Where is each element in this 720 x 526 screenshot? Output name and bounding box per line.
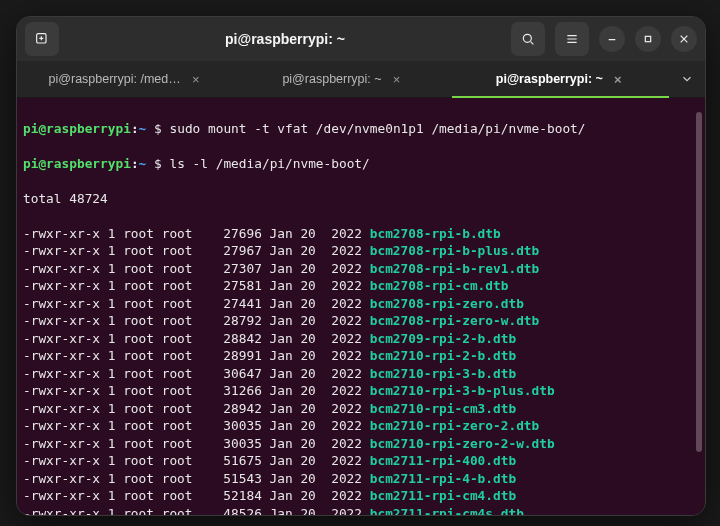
ls-date: Jan 20 2022 [270, 348, 362, 363]
minimize-button[interactable] [599, 26, 625, 52]
ls-size: 51675 [200, 453, 262, 468]
hamburger-icon [564, 31, 580, 47]
ls-filename: bcm2708-rpi-cm.dtb [370, 278, 509, 293]
tab-close-icon[interactable]: × [611, 72, 625, 86]
svg-rect-2 [645, 36, 650, 41]
command-2: ls -l /media/pi/nvme-boot/ [169, 156, 369, 171]
ls-date: Jan 20 2022 [270, 506, 362, 516]
ls-size: 30647 [200, 366, 262, 381]
ls-date: Jan 20 2022 [270, 436, 362, 451]
command-1: sudo mount -t vfat /dev/nvme0n1p1 /media… [169, 121, 585, 136]
ls-date: Jan 20 2022 [270, 366, 362, 381]
terminal-area[interactable]: pi@raspberrypi:~ $ sudo mount -t vfat /d… [17, 98, 705, 515]
ls-row: -rwxr-xr-x 1 root root 27307 Jan 20 2022… [23, 260, 699, 278]
ls-size: 48526 [200, 506, 262, 516]
ls-size: 28991 [200, 348, 262, 363]
ls-date: Jan 20 2022 [270, 261, 362, 276]
ls-filename: bcm2708-rpi-b-plus.dtb [370, 243, 540, 258]
ls-filename: bcm2710-rpi-zero-2-w.dtb [370, 436, 555, 451]
prompt-cwd: ~ [139, 156, 147, 171]
ls-date: Jan 20 2022 [270, 296, 362, 311]
ls-filename: bcm2711-rpi-cm4s.dtb [370, 506, 524, 516]
prompt-cwd: ~ [139, 121, 147, 136]
search-button[interactable] [511, 22, 545, 56]
titlebar: pi@raspberrypi: ~ [17, 17, 705, 61]
ls-size: 52184 [200, 488, 262, 503]
ls-row: -rwxr-xr-x 1 root root 51675 Jan 20 2022… [23, 452, 699, 470]
ls-size: 28842 [200, 331, 262, 346]
ls-row: -rwxr-xr-x 1 root root 30035 Jan 20 2022… [23, 435, 699, 453]
ls-filename: bcm2708-rpi-b.dtb [370, 226, 501, 241]
tab-label: pi@raspberrypi: ~ [282, 72, 381, 86]
close-button[interactable] [671, 26, 697, 52]
ls-perm: -rwxr-xr-x 1 root root [23, 226, 193, 241]
ls-row: -rwxr-xr-x 1 root root 27967 Jan 20 2022… [23, 242, 699, 260]
scrollbar[interactable] [696, 112, 702, 452]
ls-row: -rwxr-xr-x 1 root root 30035 Jan 20 2022… [23, 417, 699, 435]
terminal-content: pi@raspberrypi:~ $ sudo mount -t vfat /d… [17, 98, 705, 515]
ls-perm: -rwxr-xr-x 1 root root [23, 261, 193, 276]
ls-perm: -rwxr-xr-x 1 root root [23, 383, 193, 398]
tab-label: pi@raspberrypi: ~ [496, 72, 603, 86]
ls-row: -rwxr-xr-x 1 root root 31266 Jan 20 2022… [23, 382, 699, 400]
ls-filename: bcm2708-rpi-b-rev1.dtb [370, 261, 540, 276]
ls-perm: -rwxr-xr-x 1 root root [23, 313, 193, 328]
prompt-user-host: pi@raspberrypi [23, 156, 131, 171]
ls-filename: bcm2708-rpi-zero.dtb [370, 296, 524, 311]
new-tab-button[interactable] [25, 22, 59, 56]
ls-perm: -rwxr-xr-x 1 root root [23, 296, 193, 311]
maximize-icon [640, 31, 656, 47]
minimize-icon [604, 31, 620, 47]
ls-row: -rwxr-xr-x 1 root root 28991 Jan 20 2022… [23, 347, 699, 365]
ls-date: Jan 20 2022 [270, 418, 362, 433]
ls-size: 28792 [200, 313, 262, 328]
ls-filename: bcm2710-rpi-zero-2.dtb [370, 418, 540, 433]
ls-date: Jan 20 2022 [270, 243, 362, 258]
ls-filename: bcm2709-rpi-2-b.dtb [370, 331, 516, 346]
ls-size: 28942 [200, 401, 262, 416]
chevron-down-icon [680, 72, 694, 86]
ls-perm: -rwxr-xr-x 1 root root [23, 401, 193, 416]
ls-row: -rwxr-xr-x 1 root root 48526 Jan 20 2022… [23, 505, 699, 516]
ls-row: -rwxr-xr-x 1 root root 30647 Jan 20 2022… [23, 365, 699, 383]
tab-0[interactable]: pi@raspberrypi: /med…× [17, 61, 234, 97]
menu-button[interactable] [555, 22, 589, 56]
search-icon [520, 31, 536, 47]
prompt-line-1: pi@raspberrypi:~ $ sudo mount -t vfat /d… [23, 120, 699, 138]
prompt-line-2: pi@raspberrypi:~ $ ls -l /media/pi/nvme-… [23, 155, 699, 173]
close-icon [676, 31, 692, 47]
ls-size: 27967 [200, 243, 262, 258]
ls-filename: bcm2708-rpi-zero-w.dtb [370, 313, 540, 328]
total-line: total 48724 [23, 190, 699, 208]
ls-size: 31266 [200, 383, 262, 398]
ls-row: -rwxr-xr-x 1 root root 51543 Jan 20 2022… [23, 470, 699, 488]
ls-row: -rwxr-xr-x 1 root root 28792 Jan 20 2022… [23, 312, 699, 330]
ls-filename: bcm2711-rpi-cm4.dtb [370, 488, 516, 503]
ls-date: Jan 20 2022 [270, 383, 362, 398]
prompt-sigil: $ [154, 156, 162, 171]
maximize-button[interactable] [635, 26, 661, 52]
ls-perm: -rwxr-xr-x 1 root root [23, 506, 193, 516]
prompt-sep: : [131, 121, 139, 136]
tab-close-icon[interactable]: × [390, 72, 404, 86]
ls-row: -rwxr-xr-x 1 root root 52184 Jan 20 2022… [23, 487, 699, 505]
ls-row: -rwxr-xr-x 1 root root 27696 Jan 20 2022… [23, 225, 699, 243]
tab-2[interactable]: pi@raspberrypi: ~× [452, 61, 669, 97]
tab-dropdown-button[interactable] [669, 61, 705, 97]
ls-size: 27441 [200, 296, 262, 311]
ls-date: Jan 20 2022 [270, 278, 362, 293]
prompt-sep: : [131, 156, 139, 171]
prompt-user-host: pi@raspberrypi [23, 121, 131, 136]
ls-perm: -rwxr-xr-x 1 root root [23, 366, 193, 381]
ls-perm: -rwxr-xr-x 1 root root [23, 471, 193, 486]
tabbar: pi@raspberrypi: /med…×pi@raspberrypi: ~×… [17, 61, 705, 98]
tab-1[interactable]: pi@raspberrypi: ~× [234, 61, 451, 97]
ls-size: 30035 [200, 436, 262, 451]
ls-date: Jan 20 2022 [270, 226, 362, 241]
ls-perm: -rwxr-xr-x 1 root root [23, 453, 193, 468]
tab-close-icon[interactable]: × [189, 72, 203, 86]
prompt-sigil: $ [154, 121, 162, 136]
ls-date: Jan 20 2022 [270, 471, 362, 486]
ls-perm: -rwxr-xr-x 1 root root [23, 418, 193, 433]
ls-size: 51543 [200, 471, 262, 486]
